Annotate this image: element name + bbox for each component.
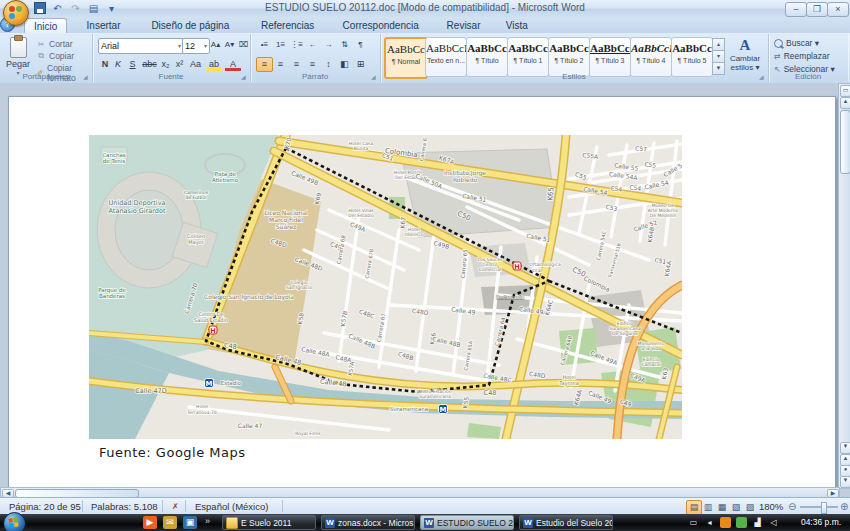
- tab-revisar[interactable]: Revisar: [438, 18, 490, 33]
- zoom-out-icon[interactable]: ⊖: [788, 501, 796, 512]
- style-chip-título[interactable]: AaBbCc¶ Título: [466, 37, 508, 77]
- dialog-launcher-icon[interactable]: ◢: [241, 73, 246, 80]
- map-label: Camacol: [641, 362, 661, 367]
- tray-status-green-icon[interactable]: [736, 517, 747, 528]
- vertical-scrollbar[interactable]: ▭ ▲ ▼ ▲ ● ▼: [838, 83, 850, 489]
- quicklaunch-desktop-icon[interactable]: ▣: [183, 516, 197, 529]
- tab-correspondencia[interactable]: Correspondencia: [334, 18, 428, 33]
- tray-collapse-icon[interactable]: ◂: [704, 517, 715, 528]
- tab-insertar[interactable]: Insertar: [78, 18, 130, 33]
- style-chip-título4[interactable]: AaBbCcI¶ Título 4: [630, 37, 672, 77]
- minimize-button[interactable]: –: [785, 2, 807, 17]
- save-icon[interactable]: [32, 2, 47, 16]
- taskbar-button-4[interactable]: WEstudio del Suelo 20...: [519, 515, 613, 530]
- paste-button[interactable]: Pegar ▾: [6, 37, 30, 76]
- document-page[interactable]: Canchasde TenisPista deAtletismoCamerino…: [8, 96, 836, 489]
- tray-app-orange-icon[interactable]: [720, 517, 731, 528]
- button-cortar[interactable]: ✂Cortar: [36, 39, 73, 49]
- line-spacing-button[interactable]: ↕: [320, 57, 337, 72]
- align-right-button[interactable]: ≡: [288, 57, 305, 72]
- dialog-launcher-icon[interactable]: ◢: [759, 73, 764, 80]
- taskbar-button-3[interactable]: WESTUDIO SUELO 201...: [420, 515, 514, 530]
- align-center-button[interactable]: ≡: [272, 57, 289, 72]
- svg-text:M: M: [440, 406, 447, 414]
- replace-button[interactable]: ⇄Reemplazar: [774, 51, 830, 61]
- grow-font-button[interactable]: A▴: [208, 38, 223, 53]
- clear-formatting-button[interactable]: ⌧: [236, 38, 251, 53]
- button-copiar[interactable]: ⧉Copiar: [36, 51, 74, 61]
- tab-referencias[interactable]: Referencias: [252, 18, 323, 33]
- dialog-launcher-icon[interactable]: ◢: [371, 73, 376, 80]
- office-button[interactable]: [3, 0, 29, 26]
- zoom-level[interactable]: 180%: [755, 500, 787, 513]
- bold-button[interactable]: N: [98, 57, 112, 72]
- find-button[interactable]: Buscar ▾: [774, 38, 819, 48]
- quicklaunch-mail-icon[interactable]: ✉: [163, 516, 177, 529]
- close-button[interactable]: ×: [827, 2, 849, 17]
- word-count[interactable]: Palabras: 5.108: [84, 500, 165, 513]
- undo-icon[interactable]: ↶: [50, 2, 65, 16]
- style-chip-textoenn[interactable]: AaBbCcITexto en n...: [425, 37, 467, 77]
- taskbar-button-1[interactable]: E Suelo 2011: [222, 515, 316, 530]
- print-preview-icon[interactable]: ▤: [86, 2, 101, 16]
- font-size-combo[interactable]: 12▾: [182, 38, 210, 54]
- multilevel-list-button[interactable]: ⋮≡: [288, 38, 305, 53]
- shading-button[interactable]: ◧: [336, 57, 353, 72]
- tray-volume-icon[interactable]: ◁: [768, 517, 779, 528]
- taskbar-clock[interactable]: 04:36 p.m.: [795, 517, 847, 527]
- restore-button[interactable]: ❐: [806, 2, 828, 17]
- map-image[interactable]: Canchasde TenisPista deAtletismoCamerino…: [89, 135, 682, 439]
- tray-network-icon[interactable]: ▟: [752, 517, 763, 528]
- qat-dropdown-icon[interactable]: ▾: [104, 2, 119, 16]
- font-name-combo[interactable]: Arial▾: [98, 38, 184, 54]
- shrink-font-button[interactable]: A▾: [222, 38, 237, 53]
- tab-inicio[interactable]: Inicio: [24, 18, 67, 34]
- ruler-toggle-button[interactable]: ▭: [840, 85, 850, 97]
- style-chip-título1[interactable]: AaBbCc¶ Título 1: [507, 37, 549, 77]
- map-label: Marco Fidel: [269, 216, 303, 223]
- style-chip-título2[interactable]: AaBbCc¶ Título 2: [548, 37, 590, 77]
- start-button[interactable]: [3, 512, 26, 531]
- numbering-button[interactable]: 1≡: [272, 38, 289, 53]
- style-chip-título3[interactable]: AaBbCcI¶ Título 3: [589, 37, 631, 77]
- sort-button[interactable]: ⇅: [336, 38, 353, 53]
- scroll-down-icon[interactable]: ▼: [840, 442, 850, 454]
- zoom-in-icon[interactable]: ⊕: [840, 501, 848, 512]
- word-icon: W: [424, 518, 434, 528]
- highlight-button[interactable]: ab: [204, 57, 224, 72]
- next-page-icon[interactable]: ▼: [840, 476, 850, 488]
- vscroll-thumb[interactable]: [840, 110, 850, 174]
- redo-icon[interactable]: ↷: [68, 2, 83, 16]
- taskbar-button-2[interactable]: Wzonas.docx - Micros...: [321, 515, 415, 530]
- replace-icon: ⇄: [774, 52, 781, 61]
- borders-button[interactable]: ⊞: [352, 57, 369, 72]
- tab-diseño-de-página[interactable]: Diseño de página: [142, 18, 238, 33]
- change-case-button[interactable]: Aa: [186, 57, 205, 72]
- dialog-launcher-icon[interactable]: ◢: [83, 73, 88, 80]
- superscript-button[interactable]: x²: [172, 57, 187, 72]
- decrease-indent-button[interactable]: ←: [304, 38, 321, 53]
- underline-button[interactable]: S: [124, 57, 141, 72]
- bullets-button[interactable]: •≡: [256, 38, 273, 53]
- language-indicator[interactable]: Español (México): [188, 500, 275, 513]
- document-area: Canchasde TenisPista deAtletismoCamerino…: [0, 83, 838, 487]
- subscript-button[interactable]: x₂: [158, 57, 173, 72]
- scroll-up-icon[interactable]: ▲: [840, 97, 850, 109]
- font-color-button[interactable]: A: [223, 57, 243, 72]
- show-marks-button[interactable]: ¶: [352, 38, 369, 53]
- tab-vista[interactable]: Vista: [497, 18, 537, 33]
- italic-button[interactable]: K: [111, 57, 125, 72]
- align-left-button[interactable]: ≡: [256, 57, 273, 72]
- zoom-slider-thumb[interactable]: [821, 502, 827, 514]
- zoom-slider[interactable]: [800, 506, 838, 508]
- style-sample: AaBbCc: [549, 42, 589, 54]
- strikethrough-button[interactable]: abc: [140, 57, 159, 72]
- tray-keyboard-icon[interactable]: ▭: [688, 517, 699, 528]
- style-chip-título5[interactable]: AaBbCc¶ Título 5: [671, 37, 713, 77]
- quicklaunch-overflow-icon[interactable]: »: [205, 516, 210, 526]
- increase-indent-button[interactable]: →: [320, 38, 337, 53]
- justify-button[interactable]: ≡: [304, 57, 321, 72]
- change-styles-button[interactable]: A Cambiar estilos ▾: [724, 37, 766, 72]
- quicklaunch-media-icon[interactable]: ▶: [143, 516, 157, 529]
- proofing-icon[interactable]: ✗: [165, 500, 186, 513]
